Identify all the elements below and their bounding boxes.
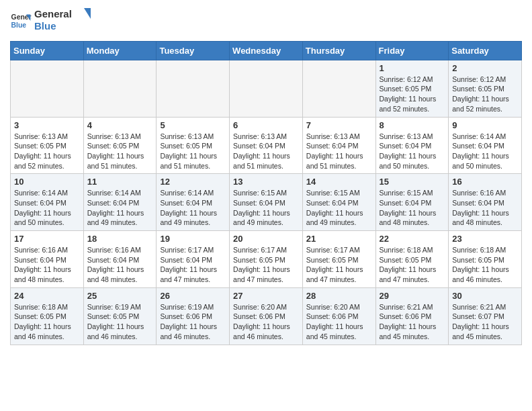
day-number: 30	[452, 291, 518, 301]
day-number: 20	[233, 234, 299, 244]
day-info: Sunrise: 6:14 AM Sunset: 6:04 PM Dayligh…	[87, 188, 153, 228]
calendar-cell: 29Sunrise: 6:21 AM Sunset: 6:06 PM Dayli…	[375, 287, 449, 345]
svg-marker-6	[84, 8, 91, 19]
day-number: 29	[380, 291, 445, 301]
day-info: Sunrise: 6:13 AM Sunset: 6:05 PM Dayligh…	[160, 132, 226, 171]
day-number: 14	[306, 177, 372, 187]
calendar-cell: 19Sunrise: 6:17 AM Sunset: 6:04 PM Dayli…	[157, 231, 230, 288]
day-info: Sunrise: 6:17 AM Sunset: 6:05 PM Dayligh…	[233, 245, 299, 285]
calendar-cell: 27Sunrise: 6:20 AM Sunset: 6:06 PM Dayli…	[230, 287, 303, 345]
calendar-cell: 7Sunrise: 6:13 AM Sunset: 6:04 PM Daylig…	[302, 117, 375, 174]
day-info: Sunrise: 6:18 AM Sunset: 6:05 PM Dayligh…	[14, 302, 80, 342]
calendar-cell: 20Sunrise: 6:17 AM Sunset: 6:05 PM Dayli…	[230, 231, 303, 288]
calendar-cell: 11Sunrise: 6:14 AM Sunset: 6:04 PM Dayli…	[83, 174, 157, 231]
day-info: Sunrise: 6:17 AM Sunset: 6:05 PM Dayligh…	[306, 245, 372, 285]
calendar-week-row: 3Sunrise: 6:13 AM Sunset: 6:05 PM Daylig…	[11, 117, 522, 174]
day-number: 22	[380, 234, 445, 244]
day-info: Sunrise: 6:13 AM Sunset: 6:04 PM Dayligh…	[306, 132, 372, 171]
calendar-cell: 16Sunrise: 6:16 AM Sunset: 6:04 PM Dayli…	[449, 174, 522, 231]
svg-text:Blue: Blue	[34, 20, 56, 32]
day-number: 19	[160, 234, 226, 244]
calendar-cell	[157, 60, 230, 117]
day-number: 27	[233, 291, 299, 301]
day-info: Sunrise: 6:15 AM Sunset: 6:04 PM Dayligh…	[233, 188, 299, 228]
day-number: 10	[14, 177, 80, 187]
day-info: Sunrise: 6:19 AM Sunset: 6:06 PM Dayligh…	[160, 302, 226, 342]
calendar-cell: 22Sunrise: 6:18 AM Sunset: 6:05 PM Dayli…	[375, 231, 449, 288]
day-info: Sunrise: 6:12 AM Sunset: 6:05 PM Dayligh…	[380, 75, 445, 114]
day-number: 9	[452, 120, 518, 130]
day-info: Sunrise: 6:16 AM Sunset: 6:04 PM Dayligh…	[452, 188, 518, 228]
calendar-cell: 25Sunrise: 6:19 AM Sunset: 6:05 PM Dayli…	[83, 287, 157, 345]
logo-text: General Blue	[34, 7, 95, 36]
calendar-cell: 23Sunrise: 6:18 AM Sunset: 6:05 PM Dayli…	[449, 231, 522, 288]
calendar-cell: 1Sunrise: 6:12 AM Sunset: 6:05 PM Daylig…	[375, 60, 449, 117]
day-number: 28	[306, 291, 372, 301]
day-number: 1	[380, 63, 445, 73]
day-info: Sunrise: 6:16 AM Sunset: 6:04 PM Dayligh…	[87, 245, 153, 285]
day-info: Sunrise: 6:20 AM Sunset: 6:06 PM Dayligh…	[306, 302, 372, 342]
logo: General Blue General Blue	[10, 7, 95, 36]
calendar-cell	[302, 60, 375, 117]
day-number: 4	[87, 120, 153, 130]
day-number: 17	[14, 234, 80, 244]
calendar-cell: 10Sunrise: 6:14 AM Sunset: 6:04 PM Dayli…	[11, 174, 84, 231]
calendar-cell	[230, 60, 303, 117]
day-info: Sunrise: 6:13 AM Sunset: 6:04 PM Dayligh…	[233, 132, 299, 171]
day-info: Sunrise: 6:12 AM Sunset: 6:05 PM Dayligh…	[452, 75, 518, 114]
calendar-cell: 8Sunrise: 6:13 AM Sunset: 6:04 PM Daylig…	[375, 117, 449, 174]
day-info: Sunrise: 6:18 AM Sunset: 6:05 PM Dayligh…	[380, 245, 445, 285]
calendar-week-row: 1Sunrise: 6:12 AM Sunset: 6:05 PM Daylig…	[11, 60, 522, 117]
calendar-cell	[11, 60, 84, 117]
calendar-cell: 30Sunrise: 6:21 AM Sunset: 6:07 PM Dayli…	[449, 287, 522, 345]
day-number: 25	[87, 291, 153, 301]
calendar-cell: 5Sunrise: 6:13 AM Sunset: 6:05 PM Daylig…	[157, 117, 230, 174]
day-number: 16	[452, 177, 518, 187]
calendar-day-header: Saturday	[449, 41, 522, 60]
day-info: Sunrise: 6:17 AM Sunset: 6:04 PM Dayligh…	[160, 245, 226, 285]
day-number: 7	[306, 120, 372, 130]
calendar-week-row: 10Sunrise: 6:14 AM Sunset: 6:04 PM Dayli…	[11, 174, 522, 231]
day-number: 5	[160, 120, 226, 130]
header: General Blue General Blue	[10, 7, 522, 36]
calendar-cell: 13Sunrise: 6:15 AM Sunset: 6:04 PM Dayli…	[230, 174, 303, 231]
day-number: 26	[160, 291, 226, 301]
calendar-cell: 14Sunrise: 6:15 AM Sunset: 6:04 PM Dayli…	[302, 174, 375, 231]
day-number: 21	[306, 234, 372, 244]
day-number: 18	[87, 234, 153, 244]
calendar-day-header: Wednesday	[230, 41, 303, 60]
calendar-cell: 18Sunrise: 6:16 AM Sunset: 6:04 PM Dayli…	[83, 231, 157, 288]
calendar-cell: 6Sunrise: 6:13 AM Sunset: 6:04 PM Daylig…	[230, 117, 303, 174]
calendar-cell: 12Sunrise: 6:14 AM Sunset: 6:04 PM Dayli…	[157, 174, 230, 231]
day-info: Sunrise: 6:13 AM Sunset: 6:04 PM Dayligh…	[380, 132, 445, 171]
logo-icon: General Blue	[10, 10, 32, 32]
calendar-cell: 3Sunrise: 6:13 AM Sunset: 6:05 PM Daylig…	[11, 117, 84, 174]
calendar-day-header: Monday	[83, 41, 157, 60]
calendar-cell: 4Sunrise: 6:13 AM Sunset: 6:05 PM Daylig…	[83, 117, 157, 174]
day-info: Sunrise: 6:14 AM Sunset: 6:04 PM Dayligh…	[452, 132, 518, 171]
day-number: 2	[452, 63, 518, 73]
day-info: Sunrise: 6:20 AM Sunset: 6:06 PM Dayligh…	[233, 302, 299, 342]
day-number: 12	[160, 177, 226, 187]
day-number: 24	[14, 291, 80, 301]
calendar-week-row: 24Sunrise: 6:18 AM Sunset: 6:05 PM Dayli…	[11, 287, 522, 345]
day-number: 23	[452, 234, 518, 244]
calendar-day-header: Sunday	[11, 41, 84, 60]
calendar-cell: 2Sunrise: 6:12 AM Sunset: 6:05 PM Daylig…	[449, 60, 522, 117]
day-number: 3	[14, 120, 80, 130]
calendar-cell: 28Sunrise: 6:20 AM Sunset: 6:06 PM Dayli…	[302, 287, 375, 345]
day-info: Sunrise: 6:14 AM Sunset: 6:04 PM Dayligh…	[14, 188, 80, 228]
day-info: Sunrise: 6:13 AM Sunset: 6:05 PM Dayligh…	[14, 132, 80, 171]
day-number: 15	[380, 177, 445, 187]
day-info: Sunrise: 6:16 AM Sunset: 6:04 PM Dayligh…	[14, 245, 80, 285]
day-info: Sunrise: 6:21 AM Sunset: 6:07 PM Dayligh…	[452, 302, 518, 342]
calendar-cell: 15Sunrise: 6:15 AM Sunset: 6:04 PM Dayli…	[375, 174, 449, 231]
calendar-cell: 26Sunrise: 6:19 AM Sunset: 6:06 PM Dayli…	[157, 287, 230, 345]
calendar-table: SundayMondayTuesdayWednesdayThursdayFrid…	[10, 41, 522, 345]
calendar-week-row: 17Sunrise: 6:16 AM Sunset: 6:04 PM Dayli…	[11, 231, 522, 288]
svg-text:Blue: Blue	[11, 21, 27, 29]
calendar-cell: 24Sunrise: 6:18 AM Sunset: 6:05 PM Dayli…	[11, 287, 84, 345]
calendar-cell	[83, 60, 157, 117]
page: General Blue General Blue SundayMondayTu…	[0, 0, 532, 355]
calendar-day-header: Tuesday	[157, 41, 230, 60]
